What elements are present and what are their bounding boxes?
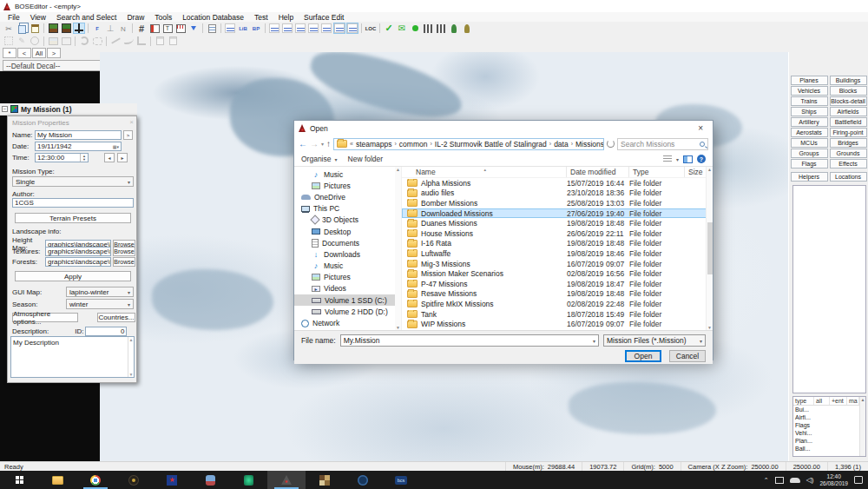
back-icon[interactable]: ← bbox=[299, 139, 307, 149]
chrome-taskbar-button[interactable] bbox=[76, 471, 115, 489]
g9-tool-icon[interactable] bbox=[122, 36, 135, 47]
forests-input[interactable]: graphics\landscape\trees\w bbox=[45, 257, 111, 267]
blue-circle-app-taskbar-button[interactable] bbox=[344, 471, 382, 489]
type-table-header-type[interactable]: type bbox=[793, 397, 814, 405]
sidebar-item-documents[interactable]: Documents bbox=[294, 237, 401, 248]
cancel-button[interactable]: Cancel bbox=[669, 350, 706, 362]
terrain-presets-button[interactable]: Terrain Presets bbox=[15, 213, 131, 223]
column-header-type[interactable]: Type bbox=[629, 167, 685, 177]
mcu-tool-icon[interactable] bbox=[294, 23, 306, 34]
menu-test[interactable]: Test bbox=[250, 13, 273, 22]
id-input[interactable]: 0 bbox=[85, 327, 127, 336]
date-input[interactable]: 19/11/1942 ▦▾ bbox=[35, 142, 122, 151]
run1-tool-icon[interactable] bbox=[422, 23, 434, 34]
file-row[interactable]: audio files23/10/2018 18:36File folder bbox=[402, 188, 713, 199]
category-button-groups[interactable]: Groups bbox=[791, 149, 828, 158]
boxt-tool-icon[interactable] bbox=[161, 23, 174, 34]
time-back-button[interactable]: ◂ bbox=[104, 153, 115, 162]
new-folder-button[interactable]: New folder bbox=[348, 155, 384, 163]
sidebar-item-pictures[interactable]: Pictures bbox=[294, 272, 401, 283]
type-table-row[interactable]: Flags bbox=[793, 421, 865, 429]
type-table-header-all[interactable]: all bbox=[814, 397, 830, 405]
mosaic-app-taskbar-button[interactable] bbox=[306, 471, 344, 489]
category-button-locations[interactable]: Locations bbox=[830, 172, 867, 182]
open-button[interactable]: Open bbox=[625, 350, 661, 362]
filter-button-<[interactable]: < bbox=[17, 48, 31, 58]
type-table-header-ent[interactable]: +ent bbox=[830, 397, 847, 405]
category-button-blocks[interactable]: Blocks bbox=[830, 86, 867, 96]
category-button-battlefield[interactable]: Battlefield bbox=[830, 117, 867, 127]
file-type-select[interactable]: Mission Files (*.Mission) ▾ bbox=[603, 334, 706, 347]
sidebar-item-desktop[interactable]: Desktop bbox=[294, 226, 401, 237]
boxred-tool-icon[interactable] bbox=[148, 23, 161, 34]
category-button-flags[interactable]: Flags bbox=[791, 159, 828, 169]
type-table-row[interactable]: Bui... bbox=[793, 406, 865, 413]
onedrive-tray-icon[interactable] bbox=[790, 478, 800, 483]
forward-icon[interactable]: → bbox=[310, 139, 319, 149]
mcu-tool-icon[interactable] bbox=[346, 23, 358, 34]
network-icon[interactable] bbox=[775, 477, 784, 484]
up-icon[interactable]: ↑ bbox=[326, 139, 331, 149]
file-explorer-taskbar-button[interactable] bbox=[38, 471, 76, 489]
mail-tool-icon[interactable] bbox=[396, 23, 408, 34]
sidebar-item-music[interactable]: Music bbox=[294, 169, 401, 180]
menu-search-and-select[interactable]: Search and Select bbox=[52, 13, 121, 22]
file-row[interactable]: Yak 7B Missions13/02/2019 18:20File fold… bbox=[402, 329, 713, 330]
time-input[interactable]: 12:30:00 ▲▼ bbox=[35, 153, 89, 162]
pg2-tool-icon[interactable] bbox=[206, 23, 218, 34]
type-table-row[interactable]: Airfi... bbox=[793, 413, 865, 421]
file-name-input[interactable]: My.Mission ▾ bbox=[340, 334, 599, 347]
cut-tool-icon[interactable] bbox=[3, 23, 15, 34]
fig1-tool-icon[interactable] bbox=[448, 23, 460, 34]
breadcrumb-segment[interactable]: steamapps bbox=[356, 140, 392, 149]
category-button-effects[interactable]: Effects bbox=[830, 159, 867, 169]
description-scrollbar[interactable]: ▲▼ bbox=[128, 337, 134, 377]
category-button-aerostats[interactable]: Aerostats bbox=[791, 128, 828, 137]
column-header-name[interactable]: ▴Name bbox=[402, 167, 567, 177]
file-row[interactable]: Bomber Missions25/08/2019 13:03File fold… bbox=[402, 198, 713, 208]
mcu-tool-icon[interactable] bbox=[333, 23, 345, 34]
category-button-trains[interactable]: Trains bbox=[791, 96, 828, 106]
file-row[interactable]: Tank18/07/2018 15:49File folder bbox=[402, 309, 713, 320]
start-taskbar-button[interactable] bbox=[0, 471, 38, 489]
file-row[interactable]: WIP Missions16/07/2019 09:07File folder bbox=[402, 319, 713, 329]
category-button-mcus[interactable]: MCUs bbox=[791, 138, 828, 148]
calendar-dropdown-icon[interactable]: ▦▾ bbox=[113, 144, 119, 149]
nsup-tool-icon[interactable] bbox=[117, 23, 129, 34]
file-row[interactable]: Resave Missions19/08/2019 18:48File fold… bbox=[402, 289, 713, 300]
search-box[interactable]: Search Missions bbox=[617, 138, 708, 150]
bcs-app-taskbar-button[interactable]: bcs bbox=[382, 471, 420, 489]
time-spinner[interactable]: ▲▼ bbox=[80, 153, 88, 162]
sidebar-scrollbar[interactable]: ▲▼ bbox=[395, 167, 401, 330]
object-type-table[interactable]: typeall+entma Bui...Airfi...FlagsVehi...… bbox=[792, 396, 866, 457]
type-table-scrollbar[interactable]: ▲ bbox=[859, 397, 865, 456]
tickblue-tool-icon[interactable] bbox=[187, 23, 200, 34]
apply-button[interactable]: Apply bbox=[15, 271, 131, 281]
mcu-tool-icon[interactable] bbox=[320, 23, 332, 34]
category-button-blocks-detail[interactable]: Blocks-detail bbox=[830, 96, 867, 106]
file-row[interactable]: P-47 Missions19/08/2019 18:47File folder bbox=[402, 279, 713, 289]
category-button-buildings[interactable]: Buildings bbox=[830, 76, 867, 85]
lib-tool-icon[interactable]: LiB bbox=[237, 23, 249, 34]
baseline-tool-icon[interactable] bbox=[104, 23, 116, 34]
menu-view[interactable]: View bbox=[26, 13, 50, 22]
mission-tree-node[interactable]: − My Mission (1) bbox=[0, 103, 137, 116]
file-list-scrollbar[interactable]: ▲▼ bbox=[706, 167, 713, 330]
mission-name-input[interactable]: My Mission bbox=[35, 130, 122, 140]
dialog-close-icon[interactable]: × bbox=[693, 123, 708, 133]
preview-pane-icon[interactable] bbox=[683, 155, 693, 163]
file-row[interactable]: I-16 Rata19/08/2019 18:48File folder bbox=[402, 239, 713, 249]
mission-editor-app-taskbar-button[interactable] bbox=[267, 471, 306, 489]
time-forward-button[interactable]: ▸ bbox=[117, 153, 128, 162]
type-table-header-ma[interactable]: ma bbox=[847, 397, 859, 405]
menu-file[interactable]: File bbox=[3, 13, 24, 22]
sidebar-item-music[interactable]: Music bbox=[294, 261, 401, 272]
menu-draw[interactable]: Draw bbox=[122, 13, 148, 22]
file-name-dropdown-icon[interactable]: ▾ bbox=[593, 338, 595, 344]
textures-input[interactable]: graphics\landscape\texture bbox=[45, 247, 111, 256]
mcu-tool-icon[interactable] bbox=[281, 23, 293, 34]
kv-tool-icon[interactable] bbox=[224, 23, 236, 34]
filter-button->[interactable]: > bbox=[47, 48, 61, 58]
g5-tool-icon[interactable] bbox=[60, 36, 72, 47]
author-input[interactable]: 1CGS bbox=[12, 198, 134, 208]
